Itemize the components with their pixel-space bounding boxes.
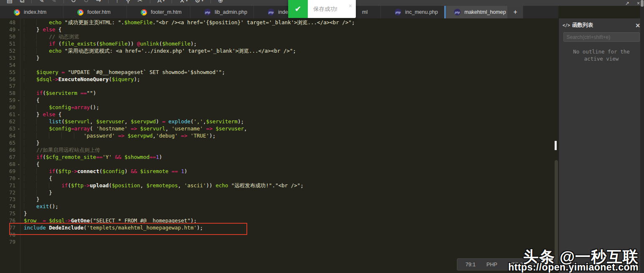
chrome-icon [77,9,84,15]
token: ( [68,182,71,189]
tab-footer.htm[interactable]: footer.htm [63,6,127,18]
token: $config [49,104,71,110]
tab-lib_admin.php[interactable]: phplib_admin.php [190,6,254,18]
token: if [36,154,43,160]
globe-icon[interactable]: ⊕ [218,0,223,6]
undo-icon[interactable]: ↺ [71,0,76,6]
indent-guides [24,33,49,40]
indent-guides [24,168,49,174]
page-scrollbar[interactable] [640,0,644,273]
code-text: if (file_exists($homeFile)) @unlink($hom… [20,41,197,48]
fold-arrow-icon[interactable]: ▾ [18,176,20,183]
font-icon[interactable]: A▾ [157,0,165,6]
cursor-position[interactable]: 79:1 [460,262,481,268]
function-list-panel: </> 函数列表 ✕ No outline for the active vie… [558,18,644,273]
token: $servurl [140,125,165,132]
forward-icon[interactable]: ↪ [96,0,101,6]
line-number: 63 [0,125,20,133]
token: include [24,225,46,231]
redo-icon[interactable]: ↻ [84,0,89,6]
token: 'TRUE' [190,133,209,139]
token [121,154,124,160]
close-icon[interactable]: × [637,0,640,6]
line-number-cell: 79 [0,239,20,246]
token: ( [55,41,61,47]
token: ( [109,76,112,82]
token: => [131,125,137,132]
line-number-cell: 70▾ [0,175,20,182]
edit-icon[interactable]: ✎ [39,0,44,6]
new-tab-button[interactable]: + [508,6,523,18]
code-text: //如果启用远程站点则上传 [20,147,100,154]
tab-size[interactable]: tabs:4 [528,262,553,268]
line-number: 75 [0,210,20,217]
code-line: 70▾ { [0,175,558,182]
copy-icon[interactable]: ⧉ [20,0,24,6]
line-number: 59 [0,97,20,104]
token: $ftp [58,168,71,174]
token: { [36,161,40,167]
fold-arrow-icon[interactable]: ▾ [18,161,20,168]
language-mode[interactable]: PHP [481,262,503,268]
caret-icon: ▾ [202,0,203,3]
token: , [165,125,172,132]
token: $servuser [216,125,244,132]
toast-close-icon[interactable]: × [349,0,356,18]
tab-makehtml_homep[interactable]: phpmakehtml_homep× [444,6,508,18]
indent-guides [24,90,36,96]
line-number: 55 [0,69,20,76]
token: => [118,133,124,139]
scissors-icon[interactable]: ✂ [137,0,143,6]
code-line: 55 $iquery = "UPDATE `#@__homepageset` S… [0,69,558,76]
settings-icon[interactable]: ⚙▾ [195,0,203,6]
line-number-cell: 57 [0,83,20,90]
indent-guides [24,41,49,47]
tab-footer_m.htm[interactable]: footer_m.htm [127,6,190,18]
token: ; [293,48,296,54]
fold-arrow-icon[interactable]: ▾ [18,97,20,105]
encoding[interactable]: UTF-8 [503,262,528,268]
save-icon[interactable]: ▤ [7,0,13,6]
fold-arrow-icon[interactable]: ▾ [18,27,20,34]
tools-icon[interactable]: ⚒▾ [179,0,188,6]
token: else [43,26,55,33]
function-search-input[interactable] [563,32,640,42]
panel-close-icon[interactable]: ✕ [635,22,640,29]
indent-guides [24,19,49,26]
tab-inc_menu.php[interactable]: phpinc_menu.php [381,6,444,18]
line-number: 72 [0,189,20,196]
code-line: 71 if($ftp->upload($position, $remotepos… [0,182,558,189]
page-scrollbar-thumb[interactable] [641,0,644,7]
indent-guides [24,48,49,54]
indent-guides [24,196,36,202]
scrollbar-thumb[interactable] [555,160,558,270]
tab-index.htm[interactable]: index.htm [0,6,63,18]
maximize-icon[interactable]: ↗ [625,0,629,6]
line-number: 54 [0,62,20,69]
token: } [36,55,40,61]
token: } [36,111,43,117]
token: $showmod [124,154,150,160]
fold-arrow-icon[interactable]: ▾ [18,126,20,133]
token [228,182,231,189]
code-line: 75} [0,210,558,217]
function-panel-title: 函数列表 [572,22,635,29]
code-editor[interactable]: 48 echo "成功更新主页HTML: ".$homeFile."<br />… [0,18,558,273]
token: "成功更新主页HTML: " [65,19,121,26]
resize-grip-icon[interactable] [633,266,639,272]
upload-icon[interactable]: ↑ [116,0,119,6]
scrollbar-marker[interactable] [555,141,557,150]
tab-label: index.htm [24,9,46,15]
token: 1 [156,154,159,160]
fold-arrow-icon[interactable]: ▾ [18,112,20,119]
edit-alt-icon[interactable]: ✎ [51,0,56,6]
code-text: { [20,161,40,168]
search-icon[interactable]: ⚲ [126,0,130,6]
token: ( [190,118,194,125]
token: 'hostname' [96,125,127,132]
token: ) [93,90,96,96]
line-number: 78 [0,232,20,239]
token: (); [49,203,58,209]
line-number: 74 [0,203,20,210]
indent-guides [24,26,36,33]
